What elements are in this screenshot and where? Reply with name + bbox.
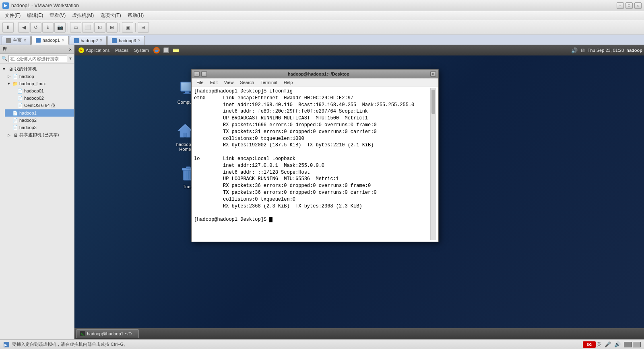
toolbar-revert[interactable]: ↺ <box>30 22 41 33</box>
term-menu-search[interactable]: Search <box>237 79 257 86</box>
terminal-cursor <box>269 217 272 222</box>
sidebar-item-hadoop02[interactable]: ▷ 📄 hadoop02 <box>10 94 74 102</box>
sidebar-item-hadoop01[interactable]: ▷ 📄 hadoop01 <box>10 87 74 94</box>
sidebar-item-hadoop2[interactable]: ▷ 📄 hadoop2 <box>5 117 74 124</box>
panel-icon-2[interactable] <box>162 46 171 55</box>
tree-toggle-shared[interactable]: ▷ <box>6 133 11 138</box>
display-icon[interactable]: 🖥 <box>580 47 585 53</box>
tab-home-close[interactable]: × <box>24 38 26 43</box>
term-menu-help[interactable]: Help <box>281 79 296 86</box>
tree-toggle-hadoop[interactable]: ▷ <box>6 74 11 79</box>
sidebar-item-hadoop[interactable]: ▷ 📄 hadoop <box>5 73 74 80</box>
places-menu[interactable]: Places <box>113 47 131 53</box>
gnome-panel-top: Applications Places System <box>74 45 644 55</box>
firefox-launcher[interactable] <box>152 46 161 55</box>
tab-hadoop3-close[interactable]: × <box>138 38 140 43</box>
terminal-restore-button[interactable]: □ <box>201 71 207 77</box>
sidebar-item-hadoop1[interactable]: ▷ 📄 hadoop1 <box>5 109 74 117</box>
close-button[interactable]: × <box>634 2 642 9</box>
term-menu-edit[interactable]: Edit <box>207 79 221 86</box>
computer-icon: 🖥 <box>8 66 13 72</box>
applications-label: Applications <box>86 48 109 53</box>
search-dropdown-icon[interactable]: ▼ <box>68 56 72 61</box>
sidebar-item-mycomputer[interactable]: ▼ 🖥 我的计算机 <box>0 65 74 73</box>
term-menu-file[interactable]: File <box>193 79 207 86</box>
svg-text:$_: $_ <box>81 333 85 336</box>
system-menu[interactable]: System <box>132 47 151 53</box>
menu-vm[interactable]: 虚拟机(M) <box>69 11 97 20</box>
applications-menu[interactable]: Applications <box>76 47 112 54</box>
tab-hadoop3[interactable]: hadoop3 × <box>107 36 145 45</box>
toolbar-snap[interactable]: 📷 <box>54 22 66 33</box>
window-controls: − □ × <box>617 2 642 9</box>
toolbar-guest[interactable]: ⊟ <box>138 22 149 33</box>
sidebar-item-hadooplinux[interactable]: ▼ 📁 hadoop_linux <box>5 80 74 87</box>
tab-hadoop1[interactable]: hadoop1 × <box>31 36 69 45</box>
terminal-title: hadoop@hadoop1:~/Desktop <box>208 72 429 76</box>
terminal-close-button[interactable]: × <box>430 71 436 77</box>
toolbar-full2[interactable]: ⬜ <box>82 22 93 33</box>
terminal-minimize-button[interactable]: − <box>194 71 200 77</box>
tree-toggle-hadooplinux[interactable]: ▼ <box>6 81 11 86</box>
svg-rect-17 <box>186 166 191 168</box>
tab-hadoop1-icon <box>36 38 41 43</box>
vm-icon-hadoop1: 📄 <box>12 110 18 116</box>
tab-hadoop1-close[interactable]: × <box>62 38 64 43</box>
toolbar-sep2 <box>68 23 68 32</box>
sidebar-item-shared[interactable]: ▷ 🖥 共享虚拟机 (已共享) <box>5 131 74 139</box>
terminal-body[interactable]: [hadoop@hadoop1 Desktop]$ ifconfig eth0 … <box>192 86 438 242</box>
svg-rect-5 <box>173 49 179 52</box>
screen-btn-2[interactable] <box>633 342 641 347</box>
taskbar-item-terminal[interactable]: $_ hadoop@hadoop1:~/D... <box>76 329 139 338</box>
toolbar-prev[interactable]: ◀ <box>18 22 29 33</box>
screen-btn-1[interactable] <box>624 342 632 347</box>
menu-view[interactable]: 查看(V) <box>46 11 69 20</box>
menu-file[interactable]: 文件(F) <box>2 11 24 20</box>
sidebar: 库 × 🔍 ▼ ▼ 🖥 我的计算机 ▷ 📄 hadoop ▼ � <box>0 45 74 339</box>
terminal-content: [hadoop@hadoop1 Desktop]$ ifconfig eth0 … <box>194 88 430 240</box>
vm-tabs: 主页 × hadoop1 × hadoop2 × hadoop3 × <box>0 35 644 45</box>
vmware-toolbar: ⏸ ◀ ↺ ↡ 📷 ▭ ⬜ ⊡ ⊞ ▣ ⊟ <box>0 20 644 35</box>
gnome-desktop: Applications Places System <box>74 45 644 339</box>
toolbar-full3[interactable]: ⊡ <box>94 22 105 33</box>
terminal-scrollbar[interactable] <box>430 88 436 240</box>
toolbar-pause[interactable]: ⏸ <box>2 22 14 33</box>
toolbar-term[interactable]: ▣ <box>122 22 133 33</box>
sidebar-item-hadoop3[interactable]: ▷ 📄 hadoop3 <box>5 124 74 131</box>
search-input[interactable] <box>8 55 67 62</box>
tab-hadoop2-label: hadoop2 <box>81 38 98 43</box>
tab-home[interactable]: 主页 × <box>2 36 31 45</box>
toolbar-full4[interactable]: ⊞ <box>106 22 118 33</box>
scrollbar-thumb <box>431 90 435 114</box>
tab-hadoop3-label: hadoop3 <box>119 38 136 43</box>
sidebar-item-centos[interactable]: ▷ 📄 CentOS 6 64 位 <box>10 102 74 109</box>
restore-button[interactable]: □ <box>625 2 633 9</box>
search-icon: 🔍 <box>2 56 7 61</box>
sidebar-tree: ▼ 🖥 我的计算机 ▷ 📄 hadoop ▼ 📁 hadoop_linux ▷ … <box>0 64 74 339</box>
tree-label-centos: CentOS 6 64 位 <box>24 103 56 109</box>
tree-toggle-mycomputer[interactable]: ▼ <box>2 67 6 72</box>
toolbar-suspend[interactable]: ↡ <box>42 22 54 33</box>
svg-rect-13 <box>184 133 186 138</box>
sidebar-close-button[interactable]: × <box>69 47 72 52</box>
menu-help[interactable]: 帮助(H) <box>124 11 147 20</box>
tree-label-hadoop: hadoop <box>19 74 34 79</box>
minimize-button[interactable]: − <box>617 2 624 9</box>
menu-tabs[interactable]: 选项卡(T) <box>97 11 124 20</box>
vm-icon-hadoop2: 📄 <box>12 117 18 123</box>
tab-hadoop2[interactable]: hadoop2 × <box>70 36 107 45</box>
term-menu-terminal[interactable]: Terminal <box>257 79 281 86</box>
volume-icon[interactable]: 🔊 <box>571 47 578 53</box>
menu-edit[interactable]: 编辑(E) <box>24 11 46 20</box>
vmware-title: hadoop1 - VMware Workstation <box>11 3 617 8</box>
speaker-icon[interactable]: 🔊 <box>614 341 621 347</box>
panel-icon-3[interactable] <box>171 46 180 55</box>
toolbar-full1[interactable]: ▭ <box>70 22 81 33</box>
ime-status[interactable]: SG 英 <box>583 341 601 348</box>
svg-text:▶: ▶ <box>4 343 7 347</box>
gnome-panel-right: 🔊 🖥 Thu Sep 23, 01:20 hadoop <box>571 47 642 53</box>
tab-hadoop2-close[interactable]: × <box>100 38 102 43</box>
mic-icon[interactable]: 🎤 <box>605 341 611 347</box>
toolbar-sep4 <box>135 23 136 32</box>
term-menu-view[interactable]: View <box>221 79 237 86</box>
